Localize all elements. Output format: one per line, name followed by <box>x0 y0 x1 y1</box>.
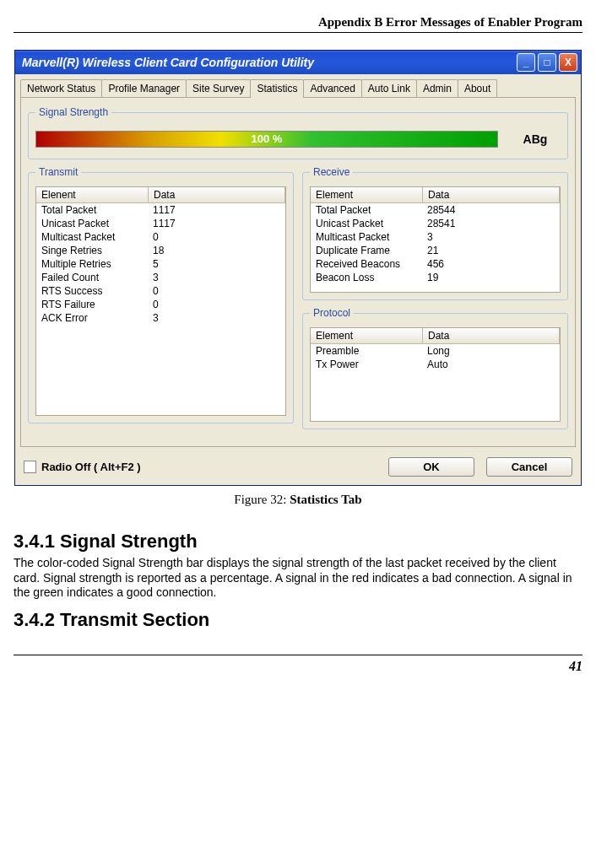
cell-element: Unicast Packet <box>36 217 148 230</box>
titlebar: Marvell(R) Wireless Client Card Configur… <box>15 51 581 74</box>
col-header-data[interactable]: Data <box>423 187 560 202</box>
cell-data: 0 <box>148 230 285 244</box>
signal-strength-group: Signal Strength 100 % ABg <box>28 106 568 159</box>
cell-data: 3 <box>422 230 560 244</box>
table-row[interactable]: PreambleLong <box>311 344 560 358</box>
table-row[interactable]: Multicast Packet0 <box>36 230 285 244</box>
cell-data: 21 <box>422 244 560 257</box>
tab-advanced[interactable]: Advanced <box>303 79 361 97</box>
table-row[interactable]: Singe Retries18 <box>36 244 285 257</box>
table-header: Element Data <box>311 187 560 203</box>
transmit-group: Transmit Elenent Data Total Packet1117Un… <box>28 166 294 423</box>
cell-element: Failed Count <box>36 271 148 284</box>
transmit-legend: Transmit <box>35 166 81 178</box>
radio-off-checkbox[interactable] <box>24 461 36 473</box>
table-row[interactable]: Tx PowerAuto <box>311 358 560 371</box>
tab-statistics[interactable]: Statistics <box>250 79 304 98</box>
window-title: Marvell(R) Wireless Client Card Configur… <box>22 56 517 69</box>
section-body-signal-strength: The color-coded Signal Strength bar disp… <box>14 556 582 601</box>
col-header-data[interactable]: Data <box>423 328 560 343</box>
receive-table: Element Data Total Packet28544Unicast Pa… <box>310 186 561 293</box>
table-row[interactable]: RTS Failure0 <box>36 298 285 311</box>
cell-element: RTS Failure <box>36 298 148 311</box>
cell-element: Singe Retries <box>36 244 148 257</box>
page-number: 41 <box>14 655 582 674</box>
page-header: Appendix B Error Messages of Enabler Pro… <box>14 15 582 33</box>
table-row[interactable]: Duplicate Frame21 <box>311 244 560 257</box>
protocol-legend: Protocol <box>310 307 354 319</box>
cell-data: 3 <box>148 311 285 325</box>
table-row[interactable]: Total Packet1117 <box>36 203 285 217</box>
col-header-element[interactable]: Element <box>311 187 423 202</box>
cell-data: 28541 <box>422 217 560 230</box>
cell-data: Long <box>422 344 560 358</box>
table-row[interactable]: Received Beacons456 <box>311 257 560 271</box>
col-header-element[interactable]: Element <box>311 328 423 343</box>
table-row[interactable]: Unicast Packet1117 <box>36 217 285 230</box>
col-header-element[interactable]: Elenent <box>36 187 149 202</box>
cell-element: Received Beacons <box>311 257 422 271</box>
section-heading-signal-strength: 3.4.1 Signal Strength <box>14 531 582 553</box>
protocol-table: Element Data PreambleLongTx PowerAuto <box>310 327 561 422</box>
cell-element: Duplicate Frame <box>311 244 422 257</box>
table-row[interactable]: Failed Count3 <box>36 271 285 284</box>
receive-legend: Receive <box>310 166 353 178</box>
tab-admin[interactable]: Admin <box>416 79 458 97</box>
table-header: Element Data <box>311 328 560 344</box>
cell-data: 19 <box>422 271 560 284</box>
cell-data: Auto <box>422 358 560 371</box>
radio-off-label: Radio Off ( Alt+F2 ) <box>41 461 377 473</box>
dialog-button-row: Radio Off ( Alt+F2 ) OK Cancel <box>15 452 581 485</box>
tab-site-survey[interactable]: Site Survey <box>186 79 251 97</box>
maximize-button[interactable]: □ <box>538 53 556 72</box>
table-row[interactable]: ACK Error3 <box>36 311 285 325</box>
cell-data: 18 <box>148 244 285 257</box>
cancel-button[interactable]: Cancel <box>486 457 572 477</box>
cell-element: Multicast Packet <box>36 230 148 244</box>
transmit-table: Elenent Data Total Packet1117Unicast Pac… <box>35 186 286 416</box>
table-row[interactable]: RTS Success0 <box>36 284 285 298</box>
caption-prefix: Figure 32: <box>234 493 290 506</box>
tab-body: Signal Strength 100 % ABg Transmit Elene… <box>20 97 576 447</box>
cell-data: 5 <box>148 257 285 271</box>
tab-about[interactable]: About <box>458 79 497 97</box>
cell-element: Multicast Packet <box>311 230 422 244</box>
figure-caption: Figure 32: Statistics Tab <box>14 493 582 507</box>
caption-bold: Statistics Tab <box>290 493 361 506</box>
section-heading-transmit: 3.4.2 Transmit Section <box>14 609 582 631</box>
table-row[interactable]: Multicast Packet3 <box>311 230 560 244</box>
cell-element: Unicast Packet <box>311 217 422 230</box>
col-header-data[interactable]: Data <box>149 187 285 202</box>
tab-profile-manager[interactable]: Profile Manager <box>101 79 187 97</box>
window-buttons: _ □ X <box>517 53 577 72</box>
cell-data: 0 <box>148 284 285 298</box>
cell-data: 3 <box>148 271 285 284</box>
table-header: Elenent Data <box>36 187 285 203</box>
signal-bar: 100 % <box>35 131 498 148</box>
cell-element: ACK Error <box>36 311 148 325</box>
table-row[interactable]: Unicast Packet28541 <box>311 217 560 230</box>
cell-element: RTS Success <box>36 284 148 298</box>
cell-data: 1117 <box>148 217 285 230</box>
tab-network-status[interactable]: Network Status <box>20 79 102 97</box>
protocol-group: Protocol Element Data PreambleLongTx Pow… <box>302 307 568 429</box>
cell-data: 0 <box>148 298 285 311</box>
minimize-button[interactable]: _ <box>517 53 535 72</box>
cell-data: 28544 <box>422 203 560 217</box>
table-row[interactable]: Total Packet28544 <box>311 203 560 217</box>
close-button[interactable]: X <box>559 53 577 72</box>
cell-element: Total Packet <box>311 203 422 217</box>
cell-element: Tx Power <box>311 358 422 371</box>
wifi-mode-icon: ABg <box>510 127 561 152</box>
receive-group: Receive Element Data Total Packet28544Un… <box>302 166 568 300</box>
ok-button[interactable]: OK <box>388 457 474 477</box>
cell-data: 1117 <box>148 203 285 217</box>
app-window: Marvell(R) Wireless Client Card Configur… <box>14 50 582 486</box>
table-row[interactable]: Multiple Retries5 <box>36 257 285 271</box>
cell-data: 456 <box>422 257 560 271</box>
table-row[interactable]: Beacon Loss19 <box>311 271 560 284</box>
tab-auto-link[interactable]: Auto Link <box>361 79 417 97</box>
signal-strength-legend: Signal Strength <box>35 106 111 118</box>
cell-element: Beacon Loss <box>311 271 422 284</box>
cell-element: Multiple Retries <box>36 257 148 271</box>
